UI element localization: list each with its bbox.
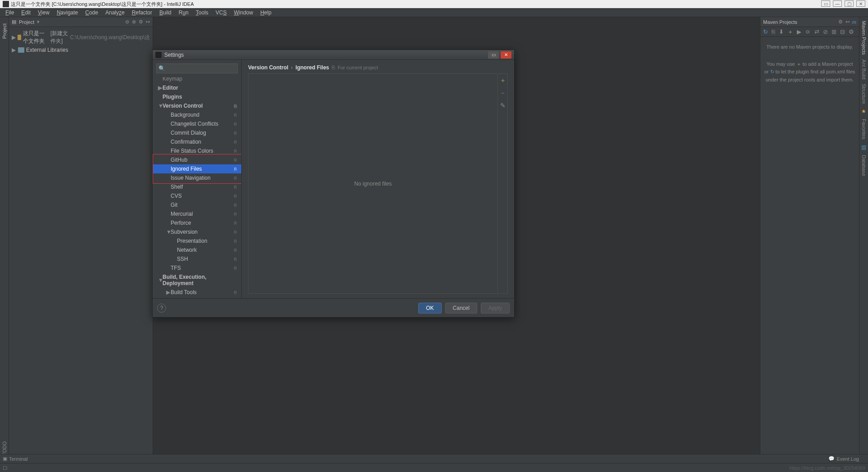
settings-tree-item[interactable]: Commit Dialog⎘ [153, 128, 241, 137]
settings-tree-item[interactable]: File Status Colors⎘ [153, 146, 241, 155]
statusbar-icon[interactable]: ▢ [3, 465, 7, 471]
toggle-icon[interactable]: ⇄ [814, 28, 819, 35]
minimize-button[interactable]: — [833, 0, 842, 7]
settings-tree-item[interactable]: ▶Compiler⎘ [153, 297, 241, 298]
menu-file[interactable]: File [2, 9, 18, 17]
menu-refactor[interactable]: Refactor [128, 9, 156, 17]
hide-icon[interactable]: ↦ [146, 19, 150, 25]
expand-icon[interactable]: ▶ [158, 85, 163, 91]
search-input[interactable] [156, 64, 238, 73]
expand-icon[interactable]: ▼ [158, 103, 163, 109]
tab-project-vertical[interactable]: Project [2, 23, 7, 39]
menu-code[interactable]: Code [81, 9, 102, 17]
plus-icon[interactable]: ＋ [787, 28, 793, 36]
settings-tree-item[interactable]: Shelf⎘ [153, 182, 241, 191]
settings-tree-item[interactable]: SSH⎘ [153, 254, 241, 263]
run-icon[interactable]: ▶ [797, 28, 801, 35]
generate-icon[interactable]: ⎘ [772, 28, 775, 35]
tab-database-vertical[interactable]: Database [861, 155, 867, 176]
event-log-tab[interactable]: 💬 Event Log [828, 456, 859, 462]
tab-maven-vertical[interactable]: Maven Projects [861, 21, 867, 55]
skip-icon[interactable]: ⊘ [823, 28, 828, 35]
ok-button[interactable]: OK [418, 303, 441, 313]
hide-icon[interactable]: ↤ [845, 19, 850, 25]
gear-icon[interactable]: ⚙ [838, 19, 843, 25]
menu-run[interactable]: Run [175, 9, 192, 17]
menu-navigate[interactable]: Navigate [53, 9, 81, 17]
settings-tree-item[interactable]: CVS⎘ [153, 191, 241, 200]
restore-button[interactable]: ▭ [488, 51, 499, 59]
project-scope-icon: ⎘ [234, 194, 237, 199]
chevron-icon: › [291, 64, 293, 71]
tab-ant-vertical[interactable]: Ant Build [861, 59, 867, 79]
settings-tree-item[interactable]: Presentation⎘ [153, 236, 241, 245]
download-icon[interactable]: ⬇ [779, 28, 784, 35]
tree-item-label: TFS [171, 265, 234, 271]
settings-tree-item[interactable]: Plugins [153, 92, 241, 101]
settings-tree-item[interactable]: ▼Subversion⎘ [153, 227, 241, 236]
menu-window[interactable]: Window [230, 9, 257, 17]
tree-item-label: SSH [177, 256, 234, 262]
menu-analyze[interactable]: Analyze [102, 9, 128, 17]
settings-tree-item[interactable]: ▼Version Control⎘ [153, 101, 241, 110]
maven-header: Maven Projects ⚙ ↤ m [760, 17, 859, 27]
terminal-tab[interactable]: ▣ Terminal [3, 456, 28, 462]
graph-icon[interactable]: ⊞ [832, 28, 836, 35]
expand-icon[interactable]: ▼ [166, 229, 171, 235]
tree-item-label: Ignored Files [171, 166, 234, 172]
settings-icon[interactable]: ⚙ [849, 28, 854, 35]
settings-tree-item[interactable]: Network⎘ [153, 245, 241, 254]
exec-icon[interactable]: ⛭ [805, 28, 811, 35]
collapse-icon[interactable]: ⊖ [125, 19, 129, 25]
menu-edit[interactable]: Edit [18, 9, 34, 17]
expand-icon[interactable]: ▶ [166, 289, 171, 295]
menu-build[interactable]: Build [156, 9, 175, 17]
tab-structure-vertical[interactable]: Structure [861, 84, 867, 104]
settings-tree-item[interactable]: ▶Build Tools⎘ [153, 288, 241, 297]
tab-favorites-vertical[interactable]: Favorites [861, 119, 867, 139]
maximize-button[interactable]: ▢ [845, 0, 854, 7]
settings-tree-item[interactable]: TFS⎘ [153, 263, 241, 272]
apply-button[interactable]: Apply [481, 303, 510, 313]
collapse-all-icon[interactable]: ⊟ [840, 28, 845, 35]
settings-tree-item[interactable]: ▶Editor [153, 83, 241, 92]
close-button[interactable]: ✕ [856, 0, 865, 7]
settings-tree-item[interactable]: Confirmation⎘ [153, 137, 241, 146]
target-icon[interactable]: ⊕ [132, 19, 136, 25]
project-scope-icon: ⎘ [234, 140, 237, 145]
aux-button[interactable]: ▭ [821, 0, 830, 7]
settings-tree-item[interactable]: Git⎘ [153, 200, 241, 209]
edit-button[interactable]: ✎ [500, 102, 506, 109]
folder-icon: ▤ [12, 19, 16, 25]
help-button[interactable]: ? [157, 304, 166, 313]
cancel-button[interactable]: Cancel [445, 303, 477, 313]
close-button[interactable]: ✕ [501, 51, 511, 59]
expand-icon[interactable]: ▶ [12, 47, 16, 53]
settings-tree-item[interactable]: Ignored Files⎘ [153, 164, 241, 173]
menu-tools[interactable]: Tools [192, 9, 212, 17]
dropdown-icon[interactable]: ▾ [37, 19, 40, 25]
settings-tree-item[interactable]: Changelist Conflicts⎘ [153, 119, 241, 128]
gear-icon[interactable]: ⚙ [139, 19, 143, 25]
settings-tree-item[interactable]: Mercurial⎘ [153, 209, 241, 218]
menu-vcs[interactable]: VCS [212, 9, 231, 17]
settings-nav: 🔍 Keymap▶EditorPlugins▼Version Control⎘B… [153, 60, 242, 298]
add-button[interactable]: ＋ [500, 77, 506, 85]
settings-tree-item[interactable]: Keymap [153, 77, 241, 83]
expand-icon[interactable]: ▶ [12, 34, 16, 41]
settings-tree-item[interactable]: Issue Navigation⎘ [153, 173, 241, 182]
tree-root[interactable]: ▶ 这只是一个文件夹 [新建文件夹] C:\Users\chong.wang\D… [9, 29, 153, 46]
settings-tree-item[interactable]: Background⎘ [153, 110, 241, 119]
settings-tree-item[interactable]: Perforce⎘ [153, 218, 241, 227]
remove-button[interactable]: － [500, 89, 506, 97]
settings-tree-item[interactable]: GitHub⎘ [153, 155, 241, 164]
menu-view[interactable]: View [34, 9, 53, 17]
breadcrumb-root[interactable]: Version Control [248, 64, 288, 71]
settings-tree-item[interactable]: ▼Build, Execution, Deployment [153, 272, 241, 288]
refresh-icon[interactable]: ↻ [770, 69, 774, 74]
tree-external-libs[interactable]: ▶ External Libraries [9, 46, 153, 54]
menu-help[interactable]: Help [257, 9, 275, 17]
expand-icon[interactable]: ▼ [158, 277, 163, 283]
refresh-icon[interactable]: ↻ [763, 28, 768, 35]
plus-icon[interactable]: ＋ [796, 61, 801, 67]
